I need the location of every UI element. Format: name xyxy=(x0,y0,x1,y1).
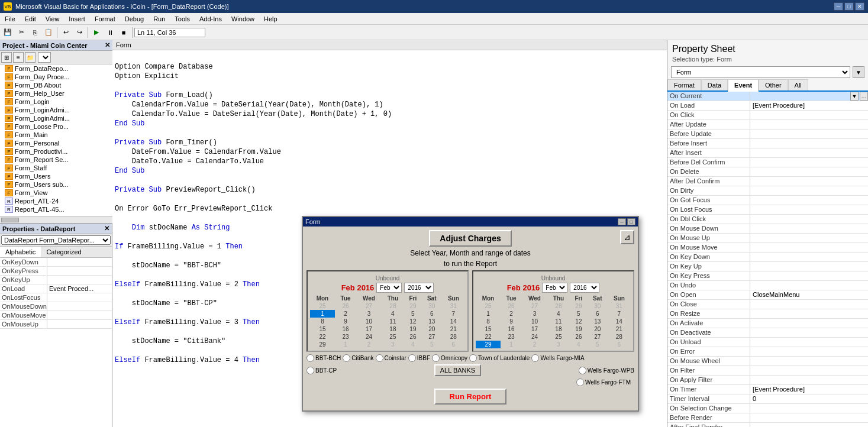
cal-cell[interactable]: 3 xyxy=(547,341,570,348)
cal-cell[interactable]: 25 xyxy=(547,333,570,341)
menu-addins[interactable]: Add-Ins xyxy=(195,14,227,24)
cal-cell[interactable]: 21 xyxy=(442,325,465,333)
tree-item-form-loosepro[interactable]: F Form_Loose Pro... xyxy=(0,122,112,131)
cal-cell[interactable]: 17 xyxy=(356,325,381,333)
cal-cell[interactable]: 29 xyxy=(570,302,588,310)
cal-cell[interactable]: 19 xyxy=(570,325,588,333)
cal-cell[interactable]: 28 xyxy=(547,302,570,310)
bank-omnicopy[interactable]: Omnicopy xyxy=(432,354,467,362)
cal-cell[interactable]: 1 xyxy=(501,341,522,348)
cal-cell[interactable]: 6 xyxy=(442,341,465,348)
cal-cell[interactable]: 23 xyxy=(501,333,522,341)
cal-cell[interactable]: 2 xyxy=(356,341,381,348)
cal-cell[interactable]: 31 xyxy=(442,302,465,310)
bank-coinstar[interactable]: Coinstar xyxy=(376,354,406,362)
cal-cell[interactable]: 26 xyxy=(335,302,356,310)
tb-stop[interactable]: ■ xyxy=(117,26,130,39)
menu-tools[interactable]: Tools xyxy=(170,14,195,24)
properties-object-dropdown[interactable]: DataReport Form_DataRepor... xyxy=(1,235,111,245)
project-dropdown[interactable] xyxy=(38,52,51,63)
cal-right-month-select[interactable]: JanFebMarApr MayJunJulAug SepOctNovDec xyxy=(542,283,567,293)
bank-bbt-bch[interactable]: BBT-BCH xyxy=(306,354,341,362)
cal-cell[interactable]: 24 xyxy=(356,333,381,341)
cal-cell[interactable]: 30 xyxy=(588,302,608,310)
tree-item-form-helpuser[interactable]: F Form_Help_User xyxy=(0,89,112,98)
rp-tab-data[interactable]: Data xyxy=(701,79,728,90)
bank-wellsfargoFTM-radio[interactable] xyxy=(576,379,584,386)
cal-cell[interactable]: 25 xyxy=(382,333,404,341)
menu-edit[interactable]: Edit xyxy=(20,14,41,24)
rp-tab-all[interactable]: All xyxy=(788,79,808,90)
cal-cell[interactable]: 5 xyxy=(570,310,588,318)
view-object-button[interactable]: ⊞ xyxy=(1,52,12,63)
cal-cell[interactable]: 8 xyxy=(310,318,335,325)
bank-townlauderdale[interactable]: Town of Lauderdale xyxy=(469,354,530,362)
cal-cell[interactable]: 1 xyxy=(310,310,335,318)
cal-cell[interactable]: 17 xyxy=(522,325,547,333)
menu-run[interactable]: Run xyxy=(149,14,170,24)
cal-cell[interactable]: 26 xyxy=(501,302,522,310)
cal-cell[interactable]: 31 xyxy=(608,302,631,310)
bank-wellsfargoFTM[interactable]: Wells Fargo-FTM xyxy=(576,379,631,386)
cal-cell[interactable]: 29 xyxy=(476,341,501,348)
cal-cell[interactable]: 21 xyxy=(608,325,631,333)
cal-cell[interactable]: 26 xyxy=(404,333,422,341)
cal-cell[interactable]: 13 xyxy=(422,318,442,325)
tree-item-form-login[interactable]: F Form_Login xyxy=(0,98,112,106)
menu-debug[interactable]: Debug xyxy=(120,14,149,24)
bank-wellsfargomia[interactable]: Wells Fargo-MIA xyxy=(531,354,584,362)
cal-cell[interactable]: 8 xyxy=(476,318,501,325)
cal-cell[interactable]: 25 xyxy=(310,302,335,310)
cal-cell[interactable]: 3 xyxy=(522,310,547,318)
cal-cell[interactable]: 29 xyxy=(404,302,422,310)
cal-cell[interactable]: 1 xyxy=(476,310,501,318)
bank-citibank[interactable]: CitiBank xyxy=(343,354,373,362)
minimize-button[interactable]: ─ xyxy=(834,2,843,11)
cal-cell[interactable]: 6 xyxy=(608,341,631,348)
cal-cell[interactable]: 25 xyxy=(476,302,501,310)
cal-cell[interactable]: 27 xyxy=(422,333,442,341)
tree-item-form-dbabout[interactable]: F Form_DB About xyxy=(0,81,112,89)
tb-cut[interactable]: ✂ xyxy=(15,26,28,39)
tb-run[interactable]: ▶ xyxy=(90,26,103,39)
tree-item-form-datarepo[interactable]: F Form_DataRepo... xyxy=(0,64,112,73)
cal-cell[interactable]: 7 xyxy=(608,310,631,318)
cal-cell[interactable]: 15 xyxy=(310,325,335,333)
cal-cell[interactable]: 2 xyxy=(501,310,522,318)
run-report-button[interactable]: Run Report xyxy=(434,389,507,405)
bank-wellsfargowpb[interactable]: Wells Fargo-WPB xyxy=(579,367,634,374)
cal-cell[interactable]: 19 xyxy=(404,325,422,333)
menu-window[interactable]: Window xyxy=(227,14,259,24)
toggle-folder-button[interactable]: 📁 xyxy=(25,52,36,63)
cal-cell[interactable]: 12 xyxy=(404,318,422,325)
cal-left-month-select[interactable]: JanFebMarApr MayJunJulAug SepOctNovDec xyxy=(376,283,402,293)
bank-bbt-cp-radio[interactable] xyxy=(306,367,314,374)
cal-cell[interactable]: 5 xyxy=(588,341,608,348)
tree-item-form-loginadmi1[interactable]: F Form_LoginAdmi... xyxy=(0,106,112,114)
cal-cell[interactable]: 28 xyxy=(382,302,404,310)
all-banks-button[interactable]: ALL BANKS xyxy=(434,364,482,376)
bank-bbt-bch-radio[interactable] xyxy=(306,354,314,362)
tree-item-form-userssub[interactable]: F Form_Users sub... xyxy=(0,180,112,189)
tab-alphabetic[interactable]: Alphabetic xyxy=(0,247,41,257)
tb-undo[interactable]: ↩ xyxy=(59,26,72,39)
menu-view[interactable]: View xyxy=(41,14,64,24)
cal-cell[interactable]: 28 xyxy=(608,333,631,341)
rp-tab-format[interactable]: Format xyxy=(667,79,701,90)
cal-cell[interactable]: 12 xyxy=(570,318,588,325)
tree-item-form-personal[interactable]: F Form_Personal xyxy=(0,139,112,147)
cal-cell[interactable]: 5 xyxy=(422,341,442,348)
property-sheet-dropdown-arrow[interactable]: ▼ xyxy=(853,66,864,78)
bank-coinstar-radio[interactable] xyxy=(376,354,383,362)
resize-button[interactable]: ⊿ xyxy=(620,230,634,244)
cal-cell[interactable]: 11 xyxy=(547,318,570,325)
maximize-button[interactable]: □ xyxy=(844,2,854,11)
cal-cell[interactable]: 14 xyxy=(608,318,631,325)
tb-redo[interactable]: ↪ xyxy=(73,26,86,39)
cal-cell[interactable]: 1 xyxy=(335,341,356,348)
tree-item-form-users[interactable]: F Form_Users xyxy=(0,172,112,180)
cal-cell[interactable]: 30 xyxy=(422,302,442,310)
tree-item-form-dayproce[interactable]: F Form_Day Proce... xyxy=(0,73,112,81)
project-scrollbar[interactable] xyxy=(0,216,112,223)
cal-cell[interactable]: 18 xyxy=(382,325,404,333)
